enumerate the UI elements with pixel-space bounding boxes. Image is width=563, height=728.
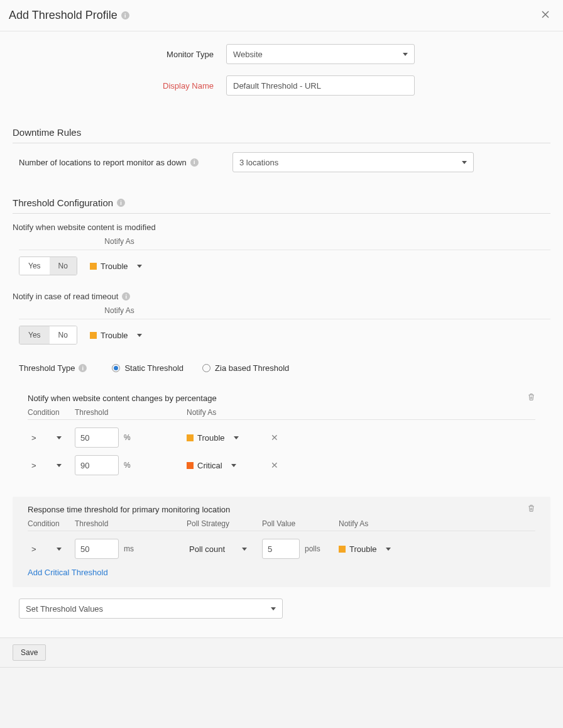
info-icon[interactable]: i	[190, 158, 199, 167]
status-color-icon	[90, 263, 97, 270]
poll-strategy-select[interactable]: Poll count	[187, 539, 249, 558]
chevron-down-icon	[137, 265, 142, 268]
delete-button[interactable]	[527, 393, 535, 403]
delete-button[interactable]	[527, 504, 535, 514]
threshold-input[interactable]	[75, 539, 119, 559]
content-modified-label: Notify when website content is modified	[13, 223, 550, 232]
notify-as-select[interactable]: Trouble	[187, 433, 239, 443]
remove-row-button[interactable]: ✕	[271, 460, 278, 470]
set-threshold-values-select[interactable]: Set Threshold Values	[19, 598, 283, 619]
downtime-rules-title: Downtime Rules	[13, 121, 550, 143]
info-icon[interactable]: i	[79, 364, 87, 372]
read-timeout-label-text: Notify in case of read timeout	[13, 292, 118, 301]
radio-zia-threshold[interactable]: Zia based Threshold	[202, 363, 289, 373]
threshold-config-title-text: Threshold Configuration	[13, 197, 113, 208]
status-text: Trouble	[197, 433, 225, 443]
info-icon[interactable]: i	[117, 199, 125, 207]
chevron-down-icon	[57, 548, 62, 551]
col-poll-value: Poll Value	[262, 519, 339, 528]
status-text: Trouble	[101, 262, 128, 271]
notify-as-header: Notify As	[94, 306, 145, 315]
locations-down-label: Number of locations to report monitor as…	[19, 158, 232, 167]
status-color-icon	[187, 462, 194, 469]
chevron-down-icon	[57, 464, 62, 467]
chevron-down-icon	[462, 161, 467, 164]
content-modified-label-text: Notify when website content is modified	[13, 223, 156, 232]
threshold-row: > % Critical ✕	[28, 455, 535, 475]
read-timeout-label: Notify in case of read timeout i	[13, 292, 550, 301]
threshold-config-title: Threshold Configuration i	[13, 191, 550, 214]
col-condition: Condition	[28, 408, 75, 417]
notify-as-select[interactable]: Critical	[187, 461, 236, 470]
chevron-down-icon	[271, 607, 276, 610]
notify-as-header: Notify As	[94, 237, 145, 246]
content-modified-toggle[interactable]: Yes No	[19, 256, 77, 275]
radio-icon	[202, 364, 210, 372]
status-text: Trouble	[349, 544, 377, 554]
display-name-input[interactable]	[226, 75, 415, 96]
downtime-rules-title-text: Downtime Rules	[13, 127, 81, 138]
toggle-no[interactable]: No	[50, 326, 77, 344]
remove-row-button[interactable]: ✕	[271, 433, 278, 443]
condition-value: >	[31, 544, 36, 554]
read-timeout-status[interactable]: Trouble	[90, 331, 142, 340]
condition-value: >	[31, 461, 36, 470]
threshold-type-label: Threshold Type i	[19, 363, 87, 373]
toggle-yes[interactable]: Yes	[19, 257, 50, 275]
read-timeout-toggle[interactable]: Yes No	[19, 326, 77, 345]
close-button[interactable]	[540, 9, 550, 21]
unit-label: %	[124, 461, 131, 470]
chevron-down-icon	[403, 53, 408, 56]
chevron-down-icon	[234, 436, 239, 439]
set-threshold-values-label: Set Threshold Values	[26, 604, 103, 614]
content-modified-status[interactable]: Trouble	[90, 262, 142, 271]
col-threshold: Threshold	[75, 408, 187, 417]
locations-down-select[interactable]: 3 locations	[232, 152, 474, 172]
condition-select[interactable]: >	[28, 456, 65, 475]
poll-value-input[interactable]	[262, 539, 300, 559]
status-color-icon	[339, 546, 346, 553]
poll-strategy-value: Poll count	[189, 544, 225, 554]
chevron-down-icon	[57, 436, 62, 439]
condition-select[interactable]: >	[28, 428, 65, 447]
info-icon[interactable]: i	[122, 292, 130, 301]
toggle-no[interactable]: No	[50, 257, 77, 275]
content-changes-title: Notify when website content changes by p…	[28, 394, 217, 403]
threshold-input[interactable]	[75, 455, 119, 475]
threshold-row: > % Trouble ✕	[28, 427, 535, 448]
page-title-text: Add Threshold Profile	[9, 9, 118, 22]
col-poll-strategy: Poll Strategy	[187, 519, 262, 528]
condition-value: >	[31, 433, 36, 443]
radio-label: Static Threshold	[124, 363, 183, 373]
col-notify-as: Notify As	[187, 408, 241, 417]
col-threshold: Threshold	[75, 519, 187, 528]
chevron-down-icon	[242, 548, 247, 551]
chevron-down-icon	[386, 548, 391, 551]
col-notify-as: Notify As	[339, 519, 393, 528]
monitor-type-value: Website	[233, 50, 263, 59]
radio-label: Zia based Threshold	[215, 363, 289, 373]
status-color-icon	[90, 332, 97, 339]
condition-select[interactable]: >	[28, 539, 65, 558]
radio-static-threshold[interactable]: Static Threshold	[112, 363, 183, 373]
unit-label: ms	[124, 544, 134, 553]
chevron-down-icon	[231, 464, 236, 467]
save-button[interactable]: Save	[13, 644, 46, 661]
unit-label: polls	[305, 544, 320, 553]
chevron-down-icon	[137, 334, 142, 337]
status-text: Trouble	[101, 331, 128, 340]
monitor-type-select[interactable]: Website	[226, 44, 415, 64]
threshold-row: > ms Poll count polls	[28, 539, 535, 559]
radio-icon	[112, 364, 120, 372]
monitor-type-label: Monitor Type	[13, 50, 226, 59]
status-text: Critical	[197, 461, 222, 470]
toggle-yes[interactable]: Yes	[19, 326, 50, 344]
notify-as-select[interactable]: Trouble	[339, 544, 391, 554]
threshold-input[interactable]	[75, 427, 119, 448]
page-title: Add Threshold Profile i	[9, 9, 129, 22]
info-icon[interactable]: i	[121, 11, 129, 19]
display-name-label: Display Name	[13, 81, 226, 91]
response-time-title: Response time threshold for primary moni…	[28, 505, 230, 514]
add-critical-threshold-link[interactable]: Add Critical Threshold	[28, 568, 108, 577]
locations-down-label-text: Number of locations to report monitor as…	[19, 158, 187, 167]
